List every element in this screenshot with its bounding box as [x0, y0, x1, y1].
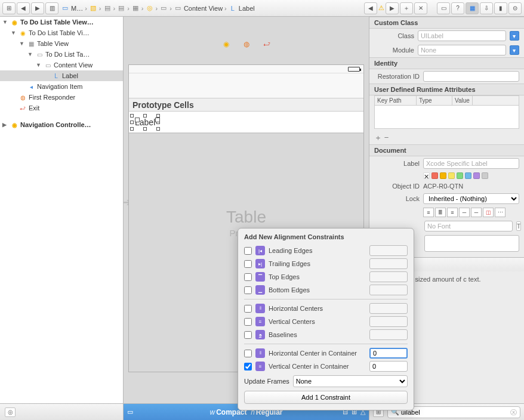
crumb-contentview[interactable]: Content View	[184, 5, 223, 12]
class-field[interactable]	[418, 30, 506, 41]
prev-issue[interactable]: ◀	[364, 2, 377, 14]
popover-title: Add New Alignment Constraints	[244, 233, 408, 240]
align-center[interactable]: ≣	[435, 208, 446, 217]
insp-identity[interactable]: ▦	[466, 2, 479, 14]
remove-attr[interactable]: −	[384, 133, 389, 142]
val-trailing[interactable]	[369, 258, 408, 269]
align-constraints-popover: Add New Alignment Constraints |◂Leading …	[238, 228, 414, 410]
align-right[interactable]: ≡	[447, 208, 458, 217]
restoration-id-field[interactable]	[423, 71, 519, 82]
swatch-gray[interactable]	[482, 172, 488, 179]
swatch-green[interactable]	[457, 172, 463, 179]
chk-baselines[interactable]	[244, 331, 252, 339]
val-hcenters[interactable]	[369, 303, 408, 314]
identity-header: Identity	[369, 57, 524, 69]
chk-hcenters[interactable]	[244, 305, 252, 313]
navcontroller-row[interactable]: ▶◉Navigation Controlle…	[0, 119, 123, 130]
swatch-red[interactable]	[431, 172, 438, 179]
chk-vcenters[interactable]	[244, 318, 252, 326]
val-bottom[interactable]	[369, 285, 408, 295]
swatch-blue[interactable]	[465, 172, 471, 179]
class-dropdown[interactable]: ▾	[510, 31, 519, 41]
folder-icon: ▧	[89, 4, 97, 13]
module-dropdown[interactable]: ▾	[510, 45, 519, 55]
val-vcenters[interactable]	[369, 316, 408, 327]
chk-top[interactable]	[244, 273, 252, 281]
responder-dock-icon[interactable]: ◍	[242, 39, 251, 49]
clear-search-icon[interactable]: ⓧ	[510, 408, 517, 417]
chk-bottom[interactable]	[244, 286, 252, 294]
related-items-button[interactable]: ⊞	[2, 2, 16, 14]
val-hcic[interactable]	[369, 348, 408, 359]
scene-icon: ◉	[10, 18, 19, 26]
module-field[interactable]	[418, 45, 506, 55]
custom-class-header: Custom Class	[369, 17, 524, 29]
add-editor[interactable]: ＋	[400, 2, 413, 14]
controller-row[interactable]: ▼◉To Do List Table Vi…	[0, 27, 123, 38]
chk-trailing[interactable]	[244, 260, 252, 268]
row-label: Navigation Item	[37, 83, 82, 90]
row-label: Label	[62, 72, 78, 79]
close-editor[interactable]: ✕	[414, 2, 427, 14]
next-issue[interactable]: ▶	[386, 2, 399, 14]
forward-button[interactable]: ▶	[31, 2, 44, 14]
exit-row[interactable]: ⮐Exit	[0, 103, 123, 113]
doc-label-field[interactable]	[423, 158, 519, 169]
crumb-0[interactable]: M…	[71, 5, 83, 12]
align-left[interactable]: ≡	[423, 208, 434, 217]
selected-label[interactable]: Label	[132, 116, 158, 128]
label-colors[interactable]: ✕	[369, 171, 524, 181]
swatch-yellow[interactable]	[448, 172, 455, 179]
lbl-leading: Leading Edges	[269, 247, 366, 254]
back-button[interactable]: ◀	[17, 2, 30, 14]
val-top[interactable]	[369, 271, 408, 282]
label-row[interactable]: LLabel	[0, 70, 123, 81]
scene-row[interactable]: ▼◉To Do List Table View…	[0, 17, 123, 27]
font-picker[interactable]: T	[516, 221, 521, 231]
insp-help[interactable]: ?	[451, 2, 464, 14]
insp-size[interactable]: ▮	[494, 2, 507, 14]
lock-select[interactable]: Inherited - (Nothing)	[423, 193, 519, 204]
exit-dock-icon[interactable]: ⮐	[262, 39, 272, 49]
align-more[interactable]: ⋯	[495, 208, 505, 217]
align-just2[interactable]: ─	[471, 208, 482, 217]
chk-hcic[interactable]	[244, 350, 252, 357]
swatch-orange[interactable]	[440, 172, 446, 179]
tableview-row[interactable]: ▼▦Table View	[0, 38, 123, 49]
outline-toggle-icon[interactable]: ▭	[127, 408, 133, 415]
panel-toggle[interactable]: ▥	[45, 2, 58, 14]
align-warn[interactable]: ◫	[483, 208, 494, 217]
align-just1[interactable]: ─	[459, 208, 470, 217]
firstresponder-row[interactable]: ◍First Responder	[0, 92, 123, 103]
notes-field[interactable]	[424, 235, 519, 252]
prototype-cell[interactable]: Label	[129, 112, 363, 133]
cell-row[interactable]: ▼▭To Do List Ta…	[0, 49, 123, 60]
update-frames-select[interactable]: None	[293, 375, 408, 387]
lbl-top: Top Edges	[269, 273, 366, 280]
val-leading[interactable]	[369, 245, 408, 256]
add-attr[interactable]: ＋	[374, 133, 382, 142]
row-label: Navigation Controlle…	[20, 121, 91, 128]
font-field[interactable]	[424, 221, 513, 231]
scene-icon: ▤	[103, 4, 112, 13]
insp-attrs[interactable]: ⇩	[480, 2, 493, 14]
udra-table[interactable]: Key PathTypeValue	[374, 95, 519, 129]
insp-connect[interactable]: ⊝	[508, 2, 522, 14]
cell-icon: ▭	[35, 50, 44, 58]
val-baselines[interactable]	[369, 329, 408, 340]
vc-dock-icon[interactable]: ◉	[221, 39, 231, 49]
navitem-row[interactable]: ◂Navigation Item	[0, 81, 123, 92]
add-constraint-button[interactable]: Add 1 Constraint	[244, 391, 408, 404]
swatch-none[interactable]: ✕	[423, 172, 430, 179]
contentview-row[interactable]: ▼▭Content View	[0, 60, 123, 70]
swatch-purple[interactable]	[473, 172, 480, 179]
label-text: Label	[135, 118, 155, 127]
chk-vcic[interactable]	[244, 363, 252, 370]
crumb-label[interactable]: Label	[239, 5, 255, 12]
val-vcic[interactable]	[369, 361, 408, 372]
outline-filter[interactable]: ◎	[5, 407, 16, 417]
insp-file[interactable]: ▭	[437, 2, 450, 14]
chk-leading[interactable]	[244, 247, 252, 255]
breadcrumb[interactable]: ▭M…› ▧› ▤› ▤› ▦› ◎› ▭› ▭Content View› LL…	[60, 4, 256, 13]
row-label: Table View	[37, 40, 69, 47]
